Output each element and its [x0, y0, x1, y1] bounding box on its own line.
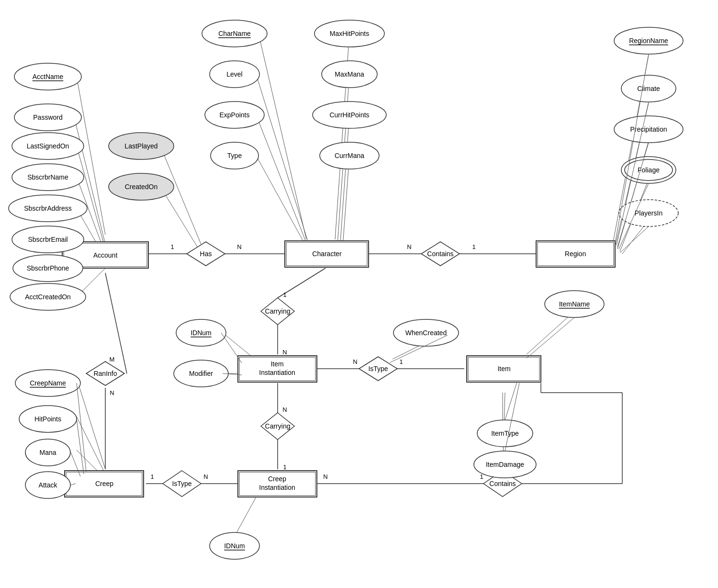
cardinality-carrying-char: 1	[283, 291, 286, 298]
svg-line-64	[527, 317, 574, 358]
svg-line-31	[527, 311, 574, 354]
cardinality-carrying2-top: N	[282, 406, 287, 413]
svg-line-35	[223, 333, 254, 358]
cardinality-creep-istype: 1	[150, 473, 154, 480]
svg-line-58	[620, 226, 649, 253]
svg-line-46	[105, 273, 127, 373]
svg-line-14	[256, 115, 309, 249]
svg-line-15	[256, 156, 310, 253]
svg-line-59	[77, 383, 86, 472]
diamond-istype-item-label: IsType	[368, 365, 388, 373]
attr-sbscrbrphone-label: SbscrbrPhone	[27, 264, 69, 272]
entity-item-label: Item	[497, 365, 510, 373]
cardinality-carrying2-bottom: 1	[283, 464, 286, 471]
cardinality-has-char: N	[237, 243, 241, 250]
attr-itemname-label: ItemName	[559, 300, 590, 308]
diamond-istype-creep-label: IsType	[172, 480, 191, 487]
svg-line-19	[342, 156, 349, 253]
svg-line-18	[340, 115, 349, 249]
cardinality-carrying-item: N	[282, 349, 287, 356]
cardinality-istype-inst: N	[353, 358, 357, 365]
attr-lastplayed-label: LastPlayed	[124, 142, 157, 150]
svg-line-60	[77, 419, 84, 474]
attr-acctcreatedon-label: AcctCreatedOn	[25, 293, 71, 301]
diamond-raninfo-label: RanInfo	[93, 370, 117, 377]
entity-creep-label: Creep	[95, 480, 113, 487]
attr-acctname-label: AcctName	[33, 73, 64, 80]
attr-maxmana-label: MaxMana	[335, 70, 364, 78]
entity-region-label: Region	[565, 250, 586, 258]
diamond-carrying-creep-label: Carrying	[265, 422, 291, 430]
cardinality-contains-region: 1	[472, 243, 475, 250]
cardinality-raninfo-m: M	[110, 356, 115, 363]
cardinality-contains-char: N	[407, 243, 411, 250]
attr-password-label: Password	[33, 113, 62, 121]
er-diagram: 1 N N 1 1 N N 1 N 1 1 N N 1 M N Account …	[0, 0, 718, 588]
svg-line-12	[258, 34, 306, 239]
svg-line-13	[256, 74, 309, 244]
attr-modifier-label: Modifier	[189, 370, 213, 377]
entity-character-label: Character	[312, 250, 342, 258]
attr-climate-label: Climate	[637, 85, 660, 92]
attr-currmana-label: CurrMana	[335, 152, 364, 159]
entity-creep-instantiation-label2: Instantiation	[259, 484, 295, 491]
attr-attack-label: Attack	[39, 481, 58, 489]
attr-idnum-item-label: IDNum	[191, 329, 212, 337]
attr-whencreated-label: WhenCreated	[405, 329, 447, 337]
attr-charname-label: CharName	[218, 30, 251, 37]
svg-line-68	[221, 333, 242, 363]
entity-item-instantiation-label2: Instantiation	[259, 369, 295, 376]
attr-itemdamage-label: ItemDamage	[486, 461, 524, 468]
attr-maxhitpoints-label: MaxHitPoints	[330, 30, 369, 37]
svg-line-21	[160, 187, 199, 249]
attr-createdon-label: CreatedOn	[125, 183, 157, 191]
attr-level-label: Level	[226, 70, 242, 78]
diamond-carrying-char-label: Carrying	[265, 307, 291, 315]
attr-itemtype-label: ItemType	[491, 430, 519, 437]
attr-mana-label: Mana	[39, 449, 56, 456]
attr-sbscrbraddress-label: SbscrbrAddress	[24, 204, 72, 212]
attr-idnum-creep-label: IDNum	[224, 542, 245, 550]
attr-creepname-label: CreepName	[30, 379, 66, 387]
cardinality-istype-item: 1	[399, 358, 403, 365]
diamond-contains-region-label: Contains	[427, 250, 453, 258]
attr-sbscrbrname-label: SbscrbrName	[27, 173, 68, 181]
attr-exppoints-label: ExpPoints	[219, 111, 249, 119]
attr-regionname-label: RegionName	[629, 37, 668, 45]
diamond-has-label: Has	[200, 250, 212, 258]
attr-sbscrbremail-label: SbscrbrEmail	[28, 236, 67, 243]
entity-item-instantiation-label1: Item	[270, 360, 283, 368]
entity-account-label: Account	[93, 251, 118, 259]
attr-currhitpoints-label: CurrHitPoints	[329, 111, 369, 119]
attr-hitpoints-label: HitPoints	[34, 415, 61, 423]
entity-creep-instantiation-label1: Creep	[268, 475, 286, 483]
diamond-contains-creep-label: Contains	[489, 480, 516, 487]
cardinality-contains-creepinst: N	[323, 473, 327, 480]
cardinality-raninfo-n: N	[110, 389, 114, 396]
svg-line-66	[505, 382, 517, 420]
svg-line-49	[77, 417, 105, 474]
cardinality-has-account: 1	[170, 243, 174, 250]
cardinality-creepinst-istype: N	[203, 473, 208, 480]
attr-lastsignedon-label: LastSignedOn	[27, 142, 69, 150]
attr-playersin-label: PlayersIn	[635, 209, 662, 217]
attr-foliage-label: Foliage	[638, 166, 660, 174]
attr-type-label: Type	[227, 152, 242, 159]
